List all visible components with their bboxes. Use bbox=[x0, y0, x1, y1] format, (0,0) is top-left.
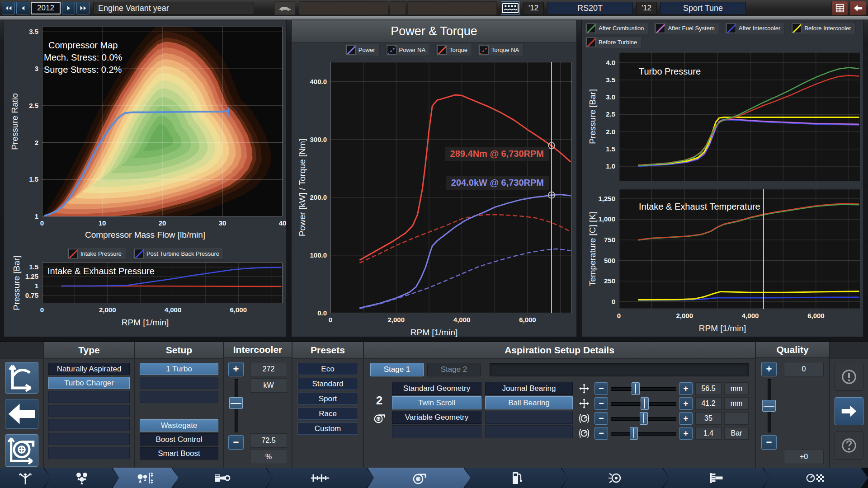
quality-column: Quality + − 0 +0 bbox=[756, 342, 830, 468]
ar-ratio-handle[interactable] bbox=[640, 412, 648, 425]
tab-headers[interactable] bbox=[663, 468, 769, 488]
ar-ratio-increase[interactable]: + bbox=[679, 412, 693, 425]
boost-limit-increase[interactable]: + bbox=[679, 427, 693, 440]
type-option-turbo-charger[interactable]: Turbo Charger bbox=[48, 377, 130, 389]
tab-bottom-end[interactable] bbox=[172, 468, 273, 488]
preset-race[interactable]: Race bbox=[297, 408, 358, 420]
intake-exhaust-temperature-chart: Intake & Exhaust Temperature RPM [1/min]… bbox=[582, 184, 863, 337]
geometry-twin-scroll[interactable]: Twin Scroll bbox=[392, 396, 481, 409]
boost-limit-handle[interactable] bbox=[630, 427, 638, 440]
tab-aspiration[interactable] bbox=[368, 468, 471, 488]
ar-ratio-decrease[interactable]: − bbox=[594, 412, 608, 425]
y-tick-label: 1,250 bbox=[581, 195, 615, 202]
preset-sport[interactable]: Sport bbox=[297, 393, 358, 405]
boost-limit-slider[interactable] bbox=[611, 428, 676, 438]
help-button[interactable] bbox=[835, 432, 863, 460]
fast-forward-icon bbox=[80, 5, 87, 11]
intercooler-power-value[interactable]: 272 bbox=[250, 362, 287, 376]
setup-mode-boost-control[interactable]: Boost Control bbox=[140, 433, 218, 446]
intercooler-increase-button[interactable]: + bbox=[228, 362, 244, 376]
tab-cam-setup[interactable] bbox=[113, 468, 179, 488]
tab-exhaust[interactable] bbox=[561, 468, 669, 488]
setup-mode-wastegate[interactable]: Wastegate bbox=[140, 419, 218, 432]
intercooler-slider[interactable] bbox=[231, 379, 241, 432]
tab-stage-1[interactable]: Stage 1 bbox=[370, 363, 424, 376]
compressor-size-decrease[interactable]: − bbox=[594, 382, 608, 395]
legend-torque-na[interactable]: Torque NA bbox=[477, 44, 524, 56]
quality-slider[interactable] bbox=[764, 379, 774, 432]
boost-limit-decrease[interactable]: − bbox=[594, 427, 608, 440]
y-tick-label: 1,000 bbox=[581, 215, 615, 223]
preset-custom[interactable]: Custom bbox=[297, 422, 358, 435]
boost-limit-value[interactable]: 1.4 bbox=[695, 427, 722, 440]
quality-slider-handle[interactable] bbox=[762, 400, 776, 412]
back-arrow-icon bbox=[853, 3, 863, 13]
turbine-size-value[interactable]: 41.2 bbox=[695, 397, 722, 410]
engine-variant-name[interactable]: Sport Tune bbox=[660, 2, 746, 14]
spreadsheet-button[interactable] bbox=[831, 1, 848, 15]
intercooler-decrease-button[interactable]: − bbox=[228, 435, 244, 450]
car-model-button[interactable] bbox=[274, 1, 295, 15]
turbine-size-handle[interactable] bbox=[641, 397, 649, 410]
warnings-button[interactable] bbox=[835, 363, 863, 391]
turbine-size-slider[interactable] bbox=[611, 399, 676, 408]
legend-power[interactable]: Power bbox=[344, 44, 380, 56]
quality-decrease-button[interactable]: − bbox=[761, 435, 777, 450]
geometry-variable[interactable]: Variable Geometry bbox=[392, 411, 481, 424]
intercooler-slider-handle[interactable] bbox=[229, 397, 243, 409]
intercooler-efficiency-value[interactable]: 72.5 bbox=[250, 433, 287, 448]
ar-ratio-slider[interactable] bbox=[611, 413, 676, 423]
tab-crankshaft[interactable] bbox=[266, 468, 374, 488]
intake-pressure-swatch-icon bbox=[68, 249, 78, 258]
legend-after-combustion[interactable]: After Combustion bbox=[585, 22, 648, 34]
preset-eco[interactable]: Eco bbox=[297, 363, 358, 375]
tab-top-end[interactable] bbox=[44, 468, 119, 488]
boost-gauge-icon bbox=[576, 413, 592, 424]
legend-after-intercooler[interactable]: After Intercooler bbox=[725, 22, 785, 34]
engine-family-name[interactable]: RS20T bbox=[547, 2, 633, 14]
legend-after-fuel-system[interactable]: After Fuel System bbox=[654, 22, 719, 34]
tab-engine-family[interactable] bbox=[0, 468, 51, 488]
compressor-size-handle[interactable] bbox=[632, 382, 640, 395]
y-tick-label: 0 bbox=[581, 298, 615, 305]
compressor-size-slider[interactable] bbox=[611, 384, 676, 394]
right-actions-header-blank bbox=[830, 342, 868, 359]
preset-standard[interactable]: Standard bbox=[297, 378, 358, 390]
quality-increase-button[interactable]: + bbox=[761, 362, 777, 376]
tab-testing[interactable] bbox=[763, 468, 868, 488]
legend-before-intercooler[interactable]: Before Intercooler bbox=[790, 22, 855, 34]
legend-power-na[interactable]: Power NA bbox=[385, 44, 430, 56]
geometry-standard[interactable]: Standard Geometry bbox=[392, 382, 481, 395]
year-value[interactable]: 2012 bbox=[31, 2, 61, 14]
turbo-count-value: 2 bbox=[376, 394, 382, 408]
x-tick-label: 20 bbox=[144, 219, 180, 227]
setup-mode-smart-boost[interactable]: Smart Boost bbox=[140, 447, 218, 460]
turbine-size-decrease[interactable]: − bbox=[594, 397, 608, 410]
back-step-button[interactable] bbox=[5, 399, 38, 429]
valvetrain-icon bbox=[72, 470, 92, 486]
year-prev-button[interactable] bbox=[16, 2, 29, 14]
ar-ratio-value[interactable]: 35 bbox=[695, 412, 722, 425]
setup-option-1-turbo[interactable]: 1 Turbo bbox=[140, 363, 218, 375]
turbo-graph-button[interactable] bbox=[5, 434, 38, 467]
compressor-size-increase[interactable]: + bbox=[679, 382, 693, 395]
compressor-size-value[interactable]: 56.5 bbox=[695, 382, 722, 395]
year-rewind-button[interactable] bbox=[2, 2, 15, 14]
year-fast-forward-button[interactable] bbox=[76, 2, 90, 14]
turbine-size-increase[interactable]: + bbox=[679, 397, 693, 410]
year-next-button[interactable] bbox=[62, 2, 75, 14]
proceed-button[interactable] bbox=[835, 397, 863, 425]
legend-torque[interactable]: Torque bbox=[435, 44, 472, 56]
type-option-naturally-aspirated[interactable]: Naturally Aspirated bbox=[48, 363, 130, 375]
tab-fuel-system[interactable] bbox=[464, 468, 568, 488]
tab-stage-2[interactable]: Stage 2 bbox=[427, 363, 481, 376]
legend-intake-pressure[interactable]: Intake Pressure bbox=[66, 248, 126, 260]
bearing-ball[interactable]: Ball Bearing bbox=[485, 396, 573, 409]
engine-manager-button[interactable] bbox=[501, 1, 520, 15]
graph-view-button[interactable] bbox=[5, 362, 38, 394]
back-button[interactable] bbox=[849, 1, 866, 15]
minus-icon: − bbox=[599, 428, 604, 438]
bearing-journal[interactable]: Journal Bearing bbox=[485, 382, 573, 395]
legend-post-turbine-back-pressure[interactable]: Post Turbine Back Pressure bbox=[132, 248, 224, 260]
before-intercooler-swatch-icon bbox=[792, 23, 802, 33]
